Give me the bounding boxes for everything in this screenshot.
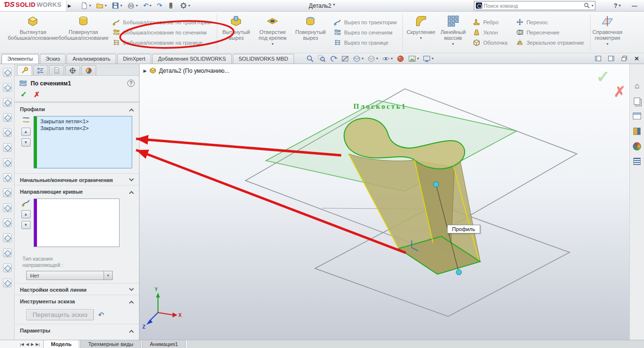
intersect-button[interactable]: Пересечение bbox=[516, 29, 584, 36]
left-dock-icon[interactable] bbox=[3, 188, 12, 197]
help-icon[interactable]: ? bbox=[127, 80, 135, 87]
restore-window-button[interactable] bbox=[621, 55, 627, 62]
tab-feature-manager[interactable] bbox=[33, 65, 48, 75]
view-palette-button[interactable] bbox=[632, 126, 643, 136]
zoom-fit-button[interactable] bbox=[306, 55, 314, 63]
move-guide-down-button[interactable]: ▼ bbox=[21, 221, 31, 229]
loft-boss-button[interactable]: Бобышка/основание по сечениям bbox=[113, 29, 211, 36]
dropdown-button[interactable]: ▾ bbox=[104, 271, 112, 280]
move-profile-up-button[interactable]: ▲ bbox=[21, 128, 31, 136]
ok-button[interactable]: ✓ bbox=[20, 90, 27, 99]
section-guide-curves-header[interactable]: Направляющие кривые bbox=[15, 185, 139, 197]
hole-wizard-button[interactable]: Отверстие под крепеж ▾ bbox=[254, 12, 292, 53]
collapse-right-pane-button[interactable] bbox=[608, 55, 614, 62]
menu-flyout-arrow-icon[interactable]: ▶ bbox=[67, 3, 74, 8]
section-view-button[interactable] bbox=[341, 55, 349, 63]
section-centerline-header[interactable]: Настройки осевой линии bbox=[15, 283, 139, 295]
confirm-button[interactable]: ✓ bbox=[596, 67, 610, 86]
print-button[interactable]: ▾ bbox=[127, 2, 138, 9]
linear-pattern-button[interactable]: Линейный массив ▾ bbox=[437, 12, 469, 53]
open-document-button[interactable]: ▾ bbox=[96, 2, 106, 9]
boundary-cut-button[interactable]: Вырез по границе bbox=[334, 39, 397, 46]
display-style-button[interactable]: ▾ bbox=[367, 55, 378, 63]
section-start-end-constraints-header[interactable]: Начальные/конечные ограничения bbox=[15, 173, 139, 185]
command-search-box[interactable]: ▾ bbox=[474, 1, 595, 10]
search-caret-icon[interactable]: ▾ bbox=[592, 4, 593, 8]
list-item[interactable]: Закрытая петля<2> bbox=[39, 125, 130, 132]
drag-sketch-button[interactable]: Перетащить эскиз bbox=[26, 309, 94, 320]
swept-cut-button[interactable]: Вырез по траектории bbox=[334, 18, 397, 26]
apply-scene-button[interactable]: ▾ bbox=[408, 55, 419, 63]
help-button[interactable]: ? ▾ bbox=[614, 2, 621, 9]
view-settings-button[interactable]: ▾ bbox=[423, 55, 434, 63]
rebuild-button[interactable] bbox=[167, 2, 174, 9]
extruded-boss-button[interactable]: Вытянутая бобышка/основание bbox=[8, 12, 58, 53]
edit-appearance-button[interactable] bbox=[397, 55, 404, 63]
close-window-button[interactable]: ✕ bbox=[634, 55, 639, 62]
flyout-expand-icon[interactable]: ▶ bbox=[143, 68, 147, 73]
left-dock-icon[interactable] bbox=[3, 249, 12, 257]
tab-display-manager[interactable] bbox=[81, 65, 96, 75]
tab-dimxpert[interactable]: DimXpert bbox=[117, 54, 151, 64]
left-dock-icon[interactable] bbox=[3, 173, 12, 182]
move-guide-up-button[interactable]: ▲ bbox=[21, 210, 31, 218]
fillet-button[interactable]: Скругление ▾ bbox=[404, 12, 437, 53]
options-button[interactable]: ▾ bbox=[180, 2, 190, 9]
last-sheet-button[interactable]: ▶| bbox=[36, 342, 40, 347]
revolved-boss-button[interactable]: Повернутая бобышка/основание bbox=[58, 12, 109, 53]
left-dock-icon[interactable] bbox=[3, 158, 12, 167]
undo-sketch-icon[interactable]: ↶ bbox=[98, 311, 104, 319]
guide-curves-selection-list[interactable] bbox=[34, 199, 120, 247]
tab-mbd[interactable]: SOLIDWORKS MBD bbox=[233, 54, 294, 64]
left-dock-icon[interactable] bbox=[3, 143, 12, 152]
revolved-cut-button[interactable]: Повернутый вырез bbox=[292, 12, 330, 53]
left-dock-icon[interactable] bbox=[3, 233, 12, 242]
prev-sheet-button[interactable]: ◀ bbox=[26, 342, 29, 347]
section-sketch-tools-header[interactable]: Инструменты эскиза bbox=[15, 295, 139, 306]
connector-handle[interactable] bbox=[434, 182, 439, 187]
tab-evaluate[interactable]: Анализировать bbox=[67, 54, 116, 64]
left-dock-icon[interactable] bbox=[3, 279, 12, 287]
minimize-button[interactable]: — bbox=[632, 3, 637, 9]
tab-features[interactable]: Элементы bbox=[1, 54, 39, 64]
swept-boss-button[interactable]: Бобышка/основание по траектории bbox=[113, 18, 211, 26]
left-dock-icon[interactable] bbox=[3, 68, 12, 77]
tab-addins[interactable]: Добавления SOLIDWORKS bbox=[152, 54, 232, 64]
tangency-dropdown[interactable]: Нет ▾ bbox=[26, 271, 113, 280]
left-dock-icon[interactable] bbox=[3, 218, 12, 227]
loft-cut-button[interactable]: Вырез по сечениям bbox=[334, 29, 397, 36]
feature-tree-flyout[interactable]: ▶ Деталь2 (По умолчанию... bbox=[143, 67, 229, 74]
reference-geometry-button[interactable]: Справочная геометрия ▾ bbox=[592, 12, 623, 53]
move-button[interactable]: Перенос bbox=[516, 18, 584, 26]
shell-button[interactable]: Оболочка bbox=[473, 39, 507, 46]
tab-animation1[interactable]: Анимация1 bbox=[142, 340, 186, 348]
file-explorer-button[interactable] bbox=[632, 111, 643, 121]
hide-show-items-button[interactable]: ▾ bbox=[382, 55, 393, 63]
graphics-area[interactable]: Плоскость1 Y X bbox=[139, 64, 629, 340]
appearances-button[interactable] bbox=[632, 141, 643, 151]
profiles-selection-list[interactable]: Закрытая петля<1> Закрытая петля<2> bbox=[34, 116, 132, 168]
save-button[interactable]: ▾ bbox=[112, 2, 122, 9]
next-sheet-button[interactable]: ▶ bbox=[31, 342, 34, 347]
boundary-boss-button[interactable]: Бобышка/основание на границе bbox=[113, 39, 211, 46]
left-dock-icon[interactable] bbox=[3, 98, 12, 107]
previous-view-button[interactable] bbox=[330, 55, 337, 63]
left-dock-icon[interactable] bbox=[3, 128, 12, 137]
task-home-button[interactable]: ⌂ bbox=[632, 81, 643, 91]
list-item[interactable]: Закрытая петля<1> bbox=[39, 118, 130, 125]
move-profile-down-button[interactable]: ▼ bbox=[21, 138, 31, 147]
left-dock-icon[interactable] bbox=[3, 83, 12, 92]
redo-button[interactable]: ↷ bbox=[157, 2, 162, 9]
tab-configuration-manager[interactable] bbox=[49, 65, 64, 75]
tab-model[interactable]: Модель bbox=[43, 340, 80, 348]
draft-button[interactable]: Уклон bbox=[473, 29, 507, 36]
search-input[interactable] bbox=[484, 3, 582, 9]
connector-handle[interactable] bbox=[456, 270, 462, 275]
tab-property-manager[interactable] bbox=[17, 65, 32, 75]
design-library-button[interactable] bbox=[632, 96, 643, 106]
tab-dimxpert-manager[interactable] bbox=[65, 65, 80, 75]
extruded-cut-button[interactable]: Вытянутый вырез bbox=[219, 12, 254, 53]
tab-sketch[interactable]: Эскиз bbox=[40, 54, 66, 64]
undo-button[interactable]: ↶ ▾ bbox=[143, 2, 151, 9]
section-parameters-header[interactable]: Параметры bbox=[15, 324, 139, 335]
